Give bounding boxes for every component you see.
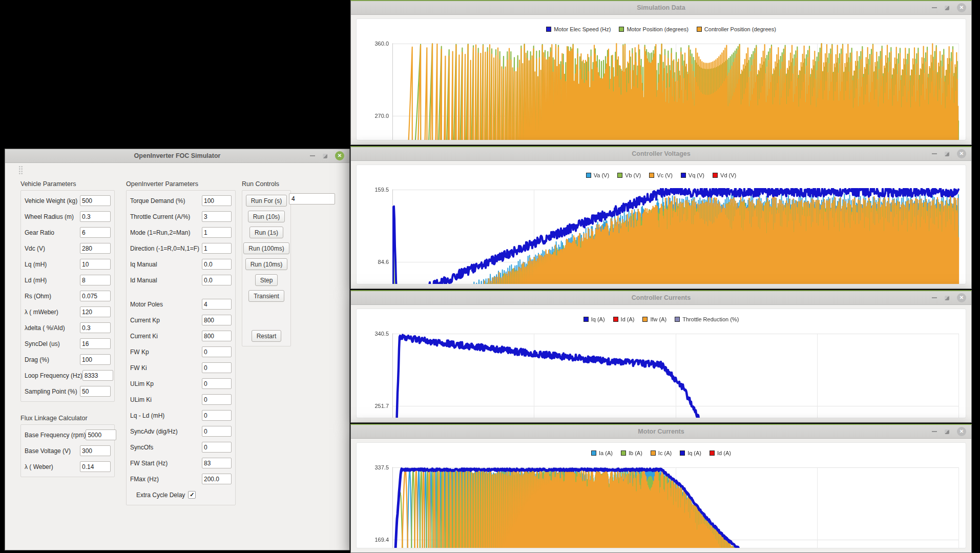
controller-voltages-titlebar[interactable]: Controller Voltages ✕ bbox=[351, 147, 971, 161]
field-input[interactable] bbox=[202, 362, 232, 373]
field-input[interactable] bbox=[80, 322, 111, 333]
field-input[interactable] bbox=[80, 291, 111, 301]
field-input[interactable] bbox=[80, 259, 111, 270]
field-input[interactable] bbox=[202, 275, 232, 285]
legend-label: Iq (A) bbox=[687, 450, 701, 456]
close-icon[interactable]: ✕ bbox=[957, 149, 966, 158]
motor-currents-chart bbox=[357, 463, 966, 548]
minimize-icon[interactable] bbox=[310, 155, 315, 156]
field-input[interactable] bbox=[202, 315, 232, 325]
toolbar-grip-handle[interactable] bbox=[18, 166, 23, 175]
close-icon[interactable]: ✕ bbox=[957, 293, 966, 302]
field-input[interactable] bbox=[80, 211, 111, 222]
field-label: λ ( mWeber) bbox=[25, 309, 80, 316]
field-label: Rs (Ohm) bbox=[25, 293, 80, 300]
minimize-icon[interactable] bbox=[932, 431, 937, 432]
field-input[interactable] bbox=[80, 195, 111, 206]
field-input[interactable] bbox=[80, 386, 111, 397]
field-input[interactable] bbox=[80, 354, 111, 365]
field-input[interactable] bbox=[202, 346, 232, 357]
field-input[interactable] bbox=[82, 370, 113, 381]
motor-currents-legend: Ia (A)Ib (A)Ic (A)Iq (A)Id (A) bbox=[357, 443, 966, 463]
field-label: Direction (-1=R,0=N,1=F) bbox=[130, 245, 202, 252]
field-input[interactable] bbox=[202, 195, 232, 206]
controller-currents-titlebar[interactable]: Controller Currents ✕ bbox=[351, 291, 971, 305]
legend-swatch-icon bbox=[617, 173, 622, 178]
field-input[interactable] bbox=[86, 429, 116, 440]
parameter-row: Throttle Current (A/%) bbox=[130, 209, 232, 224]
field-input[interactable] bbox=[80, 243, 111, 254]
close-icon[interactable]: ✕ bbox=[957, 427, 966, 436]
field-input[interactable] bbox=[202, 410, 232, 421]
minimize-icon[interactable] bbox=[932, 153, 937, 154]
controller-voltages-panel: Va (V)Vb (V)Vc (V)Vq (V)Vd (V) bbox=[356, 165, 966, 284]
field-input[interactable] bbox=[202, 458, 232, 468]
field-label: Current Kp bbox=[130, 317, 202, 324]
field-label: Sampling Point (%) bbox=[25, 388, 80, 395]
run-for-button[interactable]: Run For (s) bbox=[246, 195, 287, 207]
run-control-button[interactable]: Step bbox=[255, 274, 278, 286]
maximize-icon[interactable] bbox=[945, 152, 949, 156]
legend-item: Throttle Reduction (%) bbox=[675, 316, 739, 322]
field-input[interactable] bbox=[80, 338, 111, 349]
maximize-icon[interactable] bbox=[323, 154, 327, 158]
legend-swatch-icon bbox=[591, 450, 596, 456]
openinverter-parameters-group: Torque Demand (%)Throttle Current (A/%)M… bbox=[126, 190, 236, 505]
minimize-icon[interactable] bbox=[932, 297, 937, 298]
field-input[interactable] bbox=[202, 299, 232, 310]
field-input[interactable] bbox=[80, 445, 111, 456]
foc-titlebar[interactable]: OpenInverter FOC Simulator ✕ bbox=[5, 149, 349, 163]
field-input[interactable] bbox=[80, 461, 111, 472]
maximize-icon[interactable] bbox=[945, 6, 949, 10]
field-input[interactable] bbox=[202, 474, 232, 484]
run-for-seconds-input[interactable] bbox=[289, 193, 335, 204]
motor-currents-window: Motor Currents ✕ Ia (A)Ib (A)Ic (A)Iq (A… bbox=[350, 424, 972, 553]
legend-item: Ia (A) bbox=[591, 450, 613, 456]
field-input[interactable] bbox=[80, 275, 111, 285]
run-control-button[interactable]: Run (100ms) bbox=[243, 242, 289, 254]
parameter-row: Wheel Radius (m) bbox=[25, 209, 111, 224]
simulation-data-panel: Motor Elec Speed (Hz)Motor Position (deg… bbox=[356, 18, 966, 140]
controller-currents-panel: Iq (A)Id (A)Ifw (A)Throttle Reduction (%… bbox=[356, 309, 966, 418]
legend-swatch-icon bbox=[675, 317, 680, 322]
close-icon[interactable]: ✕ bbox=[335, 151, 344, 160]
legend-item: Vc (V) bbox=[649, 172, 673, 178]
vehicle-parameters-group: Vehicle Weight (kg)Wheel Radius (m)Gear … bbox=[20, 190, 115, 402]
field-input[interactable] bbox=[80, 306, 111, 317]
field-input[interactable] bbox=[202, 227, 232, 238]
motor-currents-titlebar[interactable]: Motor Currents ✕ bbox=[351, 425, 971, 439]
field-input[interactable] bbox=[202, 394, 232, 405]
vehicle-parameters-column: Vehicle Parameters Vehicle Weight (kg)Wh… bbox=[20, 179, 115, 477]
field-input[interactable] bbox=[80, 227, 111, 238]
restart-button[interactable]: Restart bbox=[252, 330, 282, 342]
maximize-icon[interactable] bbox=[945, 429, 949, 434]
close-icon[interactable]: ✕ bbox=[957, 3, 966, 12]
field-input[interactable] bbox=[202, 442, 232, 453]
run-control-button[interactable]: Run (1s) bbox=[249, 227, 283, 238]
simulation-data-titlebar[interactable]: Simulation Data ✕ bbox=[351, 1, 971, 15]
parameter-row: Id Manual bbox=[130, 272, 232, 288]
legend-item: Ifw (A) bbox=[642, 316, 666, 322]
run-control-button[interactable]: Transient bbox=[248, 290, 284, 302]
parameter-row: Ld (mH) bbox=[25, 272, 111, 288]
minimize-icon[interactable] bbox=[932, 7, 937, 8]
maximize-icon[interactable] bbox=[945, 296, 949, 300]
field-input[interactable] bbox=[202, 426, 232, 437]
run-control-button[interactable]: Run (10ms) bbox=[245, 258, 288, 270]
field-input[interactable] bbox=[202, 243, 232, 254]
field-input[interactable] bbox=[202, 378, 232, 389]
legend-label: Ifw (A) bbox=[650, 316, 666, 322]
field-label: Throttle Current (A/%) bbox=[130, 213, 202, 220]
legend-swatch-icon bbox=[586, 173, 591, 178]
field-input[interactable] bbox=[202, 211, 232, 222]
controller-currents-chart bbox=[357, 330, 966, 418]
field-input[interactable] bbox=[202, 259, 232, 270]
simulation-data-legend: Motor Elec Speed (Hz)Motor Position (deg… bbox=[357, 19, 966, 39]
run-control-button[interactable]: Run (10s) bbox=[248, 211, 285, 222]
legend-label: Motor Position (degrees) bbox=[627, 26, 688, 32]
parameter-row: λdelta ( %/AId) bbox=[25, 320, 111, 336]
parameter-row: Iq Manual bbox=[130, 256, 232, 272]
extra-cycle-delay-checkbox[interactable]: ✓ bbox=[188, 491, 196, 499]
motor-currents-panel: Ia (A)Ib (A)Ic (A)Iq (A)Id (A) bbox=[356, 442, 966, 548]
field-input[interactable] bbox=[202, 331, 232, 341]
